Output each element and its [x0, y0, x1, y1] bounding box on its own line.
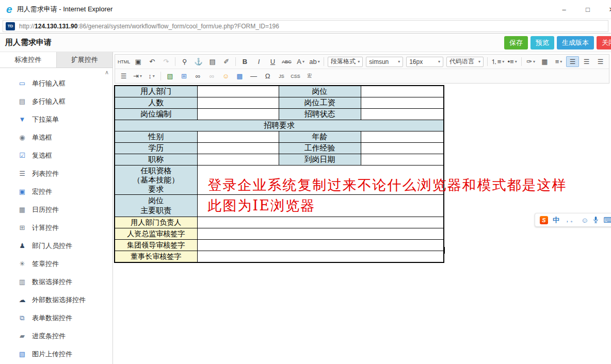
form-input-cell[interactable]: [361, 97, 444, 109]
paragraph-format-select[interactable]: 段落格式▾: [328, 57, 363, 67]
ime-mic-icon[interactable]: [593, 216, 599, 224]
preview-button[interactable]: 预览: [530, 36, 554, 49]
code-language-select[interactable]: 代码语言▾: [446, 57, 484, 67]
form-input-cell[interactable]: [361, 86, 444, 97]
tab-extended-controls[interactable]: 扩展控件: [57, 52, 113, 68]
sidebar-item-dropdown-menu[interactable]: ▼下拉菜单: [0, 110, 112, 128]
insert-image-button[interactable]: ▧: [164, 71, 176, 81]
font-size-select[interactable]: 16px▾: [406, 57, 443, 67]
sidebar-item-data-select-label: 数据选择控件: [32, 277, 72, 287]
form-signature-label-cell: 集团领导审核签字: [115, 240, 197, 251]
underline-button[interactable]: U: [266, 56, 279, 67]
horizontal-rule-button[interactable]: —: [247, 71, 260, 81]
sidebar-item-single-line-input[interactable]: ▭单行输入框: [0, 74, 112, 92]
insert-css-button[interactable]: CSS: [289, 71, 302, 81]
sogou-ime-bar[interactable]: S 中 ，。 ☺ ⌨: [535, 213, 611, 227]
sidebar-item-form-data[interactable]: ⧉表单数据控件: [0, 309, 112, 327]
paste-icon[interactable]: ▣: [132, 56, 144, 67]
sidebar-item-progress-bar[interactable]: ▰进度条控件: [0, 327, 112, 345]
form-row: 人数岗位工资: [115, 97, 444, 109]
redo-icon[interactable]: ↷: [159, 56, 172, 67]
form-input-cell[interactable]: [197, 251, 444, 263]
form-input-cell[interactable]: [197, 97, 279, 109]
find-replace-icon[interactable]: ⚲: [178, 56, 191, 67]
sidebar-item-data-select[interactable]: ▥数据选择控件: [0, 273, 112, 291]
form-input-cell[interactable]: [197, 217, 444, 228]
sidebar-item-radio[interactable]: ◉单选框: [0, 128, 112, 146]
maximize-button[interactable]: □: [576, 0, 600, 19]
sidebar-item-multi-line-input[interactable]: ▤多行输入框: [0, 92, 112, 110]
undo-icon[interactable]: ↶: [146, 56, 158, 67]
close-form-button[interactable]: 关闭: [597, 36, 611, 49]
form-input-cell[interactable]: [197, 154, 279, 166]
special-char-button[interactable]: Ω: [261, 71, 274, 81]
html-source-button[interactable]: HTML: [117, 56, 131, 67]
highlight-color-button[interactable]: ab▾: [308, 56, 321, 67]
sidebar-item-image-upload[interactable]: ▧图片上传控件: [0, 345, 112, 363]
sidebar-item-calculator-control[interactable]: ⊞计算控件: [0, 219, 112, 237]
annotation-cell[interactable]: 此图为IE浏览器: [197, 195, 444, 217]
url-field[interactable]: TD http://124.130.131.90:86/general/syst…: [3, 20, 608, 32]
map-button[interactable]: ▩: [233, 71, 246, 81]
font-color-button[interactable]: A▾: [294, 56, 307, 67]
font-color-button-glyph: A: [297, 58, 301, 65]
form-input-cell[interactable]: [197, 109, 279, 120]
ime-mode-indicator[interactable]: 中: [553, 216, 559, 225]
form-input-cell[interactable]: [361, 154, 444, 166]
insert-style-button[interactable]: ✑▾: [524, 56, 537, 67]
unordered-list-button[interactable]: •≡▾: [506, 56, 519, 67]
form-input-cell[interactable]: [361, 143, 444, 154]
tab-standard-controls[interactable]: 标准控件: [0, 52, 57, 68]
ime-punctuation-indicator[interactable]: ，。: [564, 216, 576, 224]
sidebar-item-list-control[interactable]: ☰列表控件: [0, 164, 112, 183]
form-input-cell[interactable]: [197, 86, 279, 97]
form-label-line: （基本技能）: [116, 175, 196, 185]
sidebar-item-calendar-control[interactable]: ▦日历控件: [0, 201, 112, 219]
line-height-button[interactable]: ≡▾: [552, 56, 565, 67]
sidebar-item-department-personnel[interactable]: ♟部门人员控件: [0, 237, 112, 255]
link-button[interactable]: ∞: [191, 71, 204, 81]
close-button[interactable]: ✕: [600, 0, 611, 19]
unlink-button[interactable]: ∞: [205, 71, 218, 81]
form-input-cell[interactable]: [197, 240, 444, 251]
seal-icon: ✳: [18, 260, 27, 268]
sidebar-item-external-data-select[interactable]: ☁外部数据选择控件: [0, 291, 112, 309]
font-family-select[interactable]: simsun▾: [366, 57, 403, 67]
italic-button[interactable]: I: [252, 56, 265, 67]
quick-format-icon[interactable]: ▦: [538, 56, 551, 67]
ime-emoji-icon[interactable]: ☺: [581, 216, 588, 224]
justify-button[interactable]: ☰: [117, 71, 130, 81]
bold-button[interactable]: B: [238, 56, 251, 67]
sidebar-item-checkbox[interactable]: ☑复选框: [0, 146, 112, 164]
indent-button[interactable]: ⇥▾: [131, 71, 144, 81]
strikethrough-button[interactable]: ABC: [280, 56, 293, 67]
form-input-cell[interactable]: [361, 131, 444, 143]
sidebar-scroll-up-icon[interactable]: ∧: [105, 69, 109, 76]
minimize-button[interactable]: –: [552, 0, 576, 19]
annotation-cell[interactable]: 登录企业系统复制过来不论什么浏览器和模式都是这样: [197, 166, 444, 195]
anchor-icon[interactable]: ⚓: [192, 56, 205, 67]
sogou-logo-icon[interactable]: S: [540, 216, 548, 224]
align-left-button[interactable]: ☰: [566, 56, 579, 67]
emoji-button[interactable]: ☺: [219, 71, 232, 81]
align-right-button[interactable]: ☰: [594, 56, 607, 67]
empty-doc-icon[interactable]: ▤: [206, 56, 219, 67]
ordered-list-button-glyph: ⒈≡: [491, 57, 502, 67]
form-input-cell[interactable]: [197, 228, 444, 240]
insert-table-button[interactable]: ⊞: [178, 71, 190, 81]
ime-keyboard-icon[interactable]: ⌨: [603, 216, 611, 225]
ordered-list-button[interactable]: ⒈≡▾: [490, 56, 505, 67]
format-eraser-icon[interactable]: ✐: [220, 56, 233, 67]
sidebar-item-macro-control[interactable]: ▣宏控件: [0, 183, 112, 201]
save-button[interactable]: 保存: [504, 36, 528, 49]
generate-version-button[interactable]: 生成版本: [557, 36, 594, 49]
macro-button[interactable]: 宏: [303, 71, 316, 81]
form-input-cell[interactable]: [197, 131, 279, 143]
form-input-cell[interactable]: [197, 143, 279, 154]
insert-js-button[interactable]: JS: [275, 71, 288, 81]
align-center-button[interactable]: ☰: [580, 56, 593, 67]
sidebar-item-signature-control[interactable]: ✳签章控件: [0, 255, 112, 273]
form-input-cell[interactable]: [361, 109, 444, 120]
chevron-down-icon: ▾: [560, 59, 562, 64]
paragraph-spacing-button[interactable]: ↕▾: [145, 71, 158, 81]
